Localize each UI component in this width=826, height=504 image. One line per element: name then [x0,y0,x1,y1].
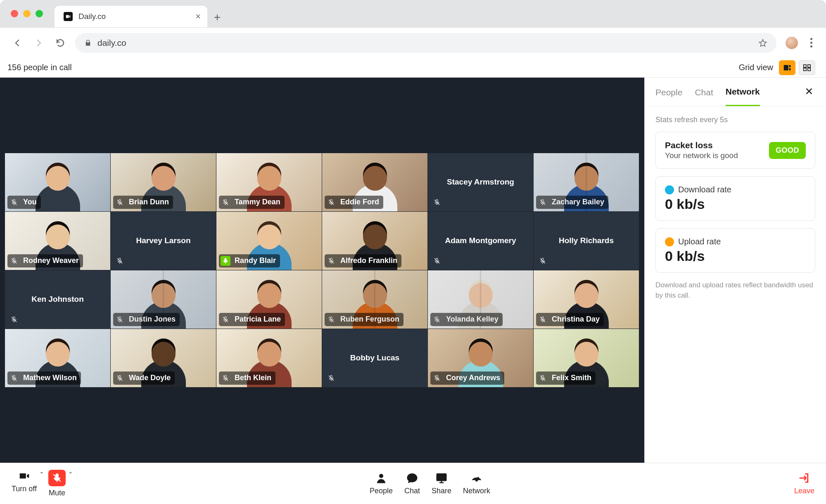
bookmark-icon[interactable] [758,38,767,47]
profile-avatar[interactable] [785,36,799,50]
download-rate-value: 0 kb/s [665,196,705,212]
mic-muted-icon [538,315,548,324]
participant-name: Harvey Larson [136,236,190,245]
participant-tile[interactable]: Felix Smith [534,329,639,388]
participant-tile[interactable]: Ken Johnston [5,270,111,329]
download-rate-label: Download rate [678,185,731,194]
participant-tile[interactable]: Holly Richards [534,212,639,270]
participant-name: Brian Dunn [129,198,169,206]
close-panel-button[interactable] [805,87,815,97]
participant-tile[interactable]: Alfredo Franklin [322,212,428,270]
upload-rate-card: Upload rate 0 kb/s [655,228,815,273]
people-button[interactable]: People [370,472,393,495]
download-rate-card: Download rate 0 kb/s [655,176,815,221]
minimize-window-button[interactable] [23,10,31,17]
mic-muted-icon [326,197,336,207]
participant-tile[interactable]: Randy Blair [216,212,322,270]
panel-footnote: Download and upload rates reflect bandwi… [655,280,815,301]
participant-name: You [23,198,37,206]
participant-name: Ruben Ferguson [340,315,399,324]
back-button[interactable] [11,36,24,50]
mic-muted-icon [9,197,19,207]
participant-overlay: Alfredo Franklin [325,254,401,267]
participant-tile[interactable]: Wade Doyle [111,329,216,388]
participant-name: Felix Smith [552,374,591,382]
participant-tile[interactable]: Eddie Ford [322,153,428,212]
participant-tile[interactable]: Stacey Armstrong [428,153,534,212]
network-label: Network [463,487,490,495]
participant-overlay: Yolanda Kelley [430,313,503,326]
participant-tile[interactable]: Corey Andrews [428,329,534,388]
tab-people[interactable]: People [655,88,682,106]
participant-tile[interactable]: Beth Klein [216,329,322,388]
share-button[interactable]: Share [432,472,451,495]
participant-tile[interactable]: Christina Day [534,270,639,329]
participant-overlay: Randy Blair [219,254,280,267]
chat-button[interactable]: Chat [404,472,420,495]
maximize-window-button[interactable] [36,10,43,17]
network-button[interactable]: Network [463,472,490,495]
tab-chat[interactable]: Chat [695,88,713,106]
grid-view-button[interactable] [799,60,815,75]
speaker-view-button[interactable] [779,60,795,75]
participant-tile[interactable]: Harvey Larson [111,212,216,270]
participant-overlay: Felix Smith [536,371,596,385]
mic-muted-icon [326,373,336,383]
packet-loss-subtitle: Your network is good [665,151,769,160]
panel-tabs: People Chat Network [645,78,826,106]
participant-tile[interactable]: Mathew Wilson [5,329,111,388]
participant-tile[interactable]: Zachary Bailey [534,153,639,212]
svg-rect-5 [804,68,806,70]
participant-name: Tammy Dean [235,198,280,206]
participant-tile[interactable]: Dustin Jones [111,270,216,329]
participant-name: Mathew Wilson [23,374,77,382]
participant-tile[interactable]: Patricia Lane [216,270,322,329]
participant-name: Adam Montgomery [445,236,516,245]
window-controls[interactable] [11,0,43,27]
svg-rect-6 [808,68,810,70]
close-tab-icon[interactable]: × [195,11,201,22]
participant-overlay: Zachary Bailey [536,196,608,209]
chevron-down-icon[interactable]: ⌄ [39,468,44,475]
url-input[interactable]: daily.co [75,33,776,53]
forward-button[interactable] [32,36,45,50]
participant-overlay: Rodney Weaver [7,254,83,267]
people-label: People [370,487,393,495]
participant-name: Beth Klein [235,374,271,382]
tab-network[interactable]: Network [726,87,760,106]
mic-muted-icon [326,256,336,266]
mic-muted-icon [9,373,19,383]
browser-tab[interactable]: Daily.co × [55,6,207,27]
participant-tile[interactable]: Ruben Ferguson [322,270,428,329]
lock-icon [84,39,92,47]
reload-button[interactable] [54,36,67,50]
svg-rect-0 [784,65,788,70]
mute-button[interactable]: ⌄ Mute [48,470,66,497]
participant-tile[interactable]: Yolanda Kelley [428,270,534,329]
close-window-button[interactable] [11,10,18,17]
app-top-bar: 156 people in call Grid view [0,58,826,78]
participant-tile[interactable]: Tammy Dean [216,153,322,212]
leave-button[interactable]: Leave [794,472,814,495]
browser-menu-icon[interactable] [807,38,815,47]
svg-point-7 [379,474,383,478]
mic-muted-icon [221,373,230,383]
camera-toggle-button[interactable]: ⌄ Turn off [12,470,37,497]
new-tab-button[interactable]: + [207,7,227,27]
participant-overlay: You [7,196,41,209]
mic-muted-icon [432,315,442,324]
participant-tile[interactable]: Adam Montgomery [428,212,534,270]
participant-tile[interactable]: Brian Dunn [111,153,216,212]
participant-tile[interactable]: You [5,153,111,212]
tab-title: Daily.co [78,12,106,21]
call-toolbar: ⌄ Turn off ⌄ Mute People Chat Share Netw… [0,463,826,504]
mic-muted-icon [432,373,442,383]
participant-name: Dustin Jones [129,315,176,324]
participant-tile[interactable]: Rodney Weaver [5,212,111,270]
participant-tile[interactable]: Bobby Lucas [322,329,428,388]
participant-overlay: Mathew Wilson [7,371,81,385]
chevron-down-icon[interactable]: ⌄ [68,468,73,475]
svg-rect-2 [789,68,791,70]
participant-name: Wade Doyle [129,374,171,382]
participant-name: Patricia Lane [235,315,281,324]
